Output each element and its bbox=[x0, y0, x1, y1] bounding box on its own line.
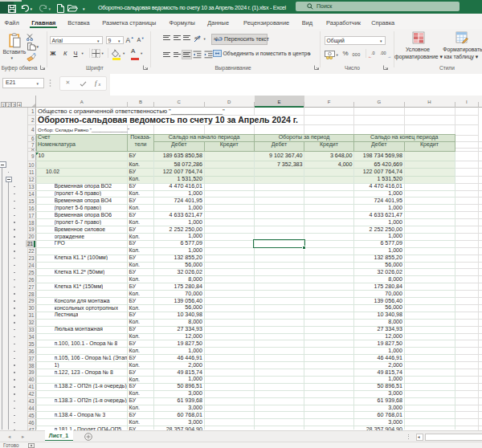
svg-text:.00: .00 bbox=[380, 51, 386, 55]
svg-text:.0: .0 bbox=[371, 51, 375, 55]
svg-text:ab: ab bbox=[194, 35, 200, 40]
svg-text:→: → bbox=[387, 53, 391, 58]
